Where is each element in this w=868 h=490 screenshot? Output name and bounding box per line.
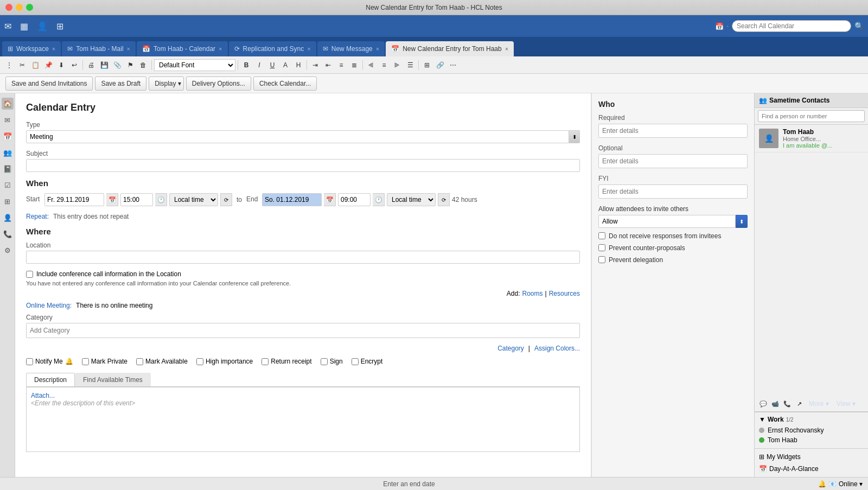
notify-me-checkbox[interactable] [26,358,33,365]
tab-description[interactable]: Description [26,373,75,386]
fmt-align-right-btn[interactable]: ⫸ [391,59,403,71]
new-entry-tab-close[interactable]: × [505,46,508,52]
tab-replication[interactable]: ⟳ Replication and Sync × [229,41,316,56]
fmt-copy-btn[interactable]: 📋 [29,59,41,71]
font-selector[interactable]: Default Font [154,59,235,71]
tab-tom-mail[interactable]: ✉ Tom Haab - Mail × [62,41,136,56]
fmt-paste-btn[interactable]: 📌 [42,59,54,71]
share-button[interactable]: ↗ [794,398,805,409]
end-tz-button[interactable]: ⟳ [438,193,450,206]
fmt-more-btn[interactable]: ⋮ [3,59,15,71]
mark-private-checkbox[interactable] [82,358,89,365]
fmt-print-btn[interactable]: 🖨 [85,59,97,71]
fmt-font-color-btn[interactable]: A [279,59,291,71]
start-date-input[interactable] [44,193,104,206]
description-area[interactable]: Attach... <Enter the description of this… [26,387,580,452]
more-button[interactable]: More ▾ [806,399,832,409]
fmt-more2-btn[interactable]: ⋯ [447,59,459,71]
encrypt-checkbox[interactable] [352,358,359,365]
save-draft-button[interactable]: Save as Draft [95,77,146,91]
category-link[interactable]: Category [497,345,524,352]
view-button[interactable]: View ▾ [833,399,859,409]
prevent-counter-checkbox[interactable] [598,244,605,251]
end-date-picker-button[interactable]: 📅 [324,193,336,206]
save-send-invitations-button[interactable]: Save and Send Invitations [5,77,93,91]
sidebar-apps-icon[interactable]: ⊞ [2,195,14,207]
sidebar-calendar2-icon[interactable]: 📅 [2,130,14,142]
fmt-attach-btn[interactable]: 📎 [111,59,123,71]
prevent-delegation-checkbox[interactable] [598,256,605,263]
fmt-flag-btn[interactable]: ⚑ [124,59,136,71]
rooms-link[interactable]: Rooms [522,290,543,297]
window-close-button[interactable] [5,4,12,11]
tab-tom-calendar[interactable]: 📅 Tom Haab - Calendar × [137,41,228,56]
fyi-input[interactable] [598,184,748,199]
work-header[interactable]: ▼ Work 1/2 [759,416,864,423]
fmt-cut-btn[interactable]: ✂ [16,59,28,71]
sidebar-mail-icon[interactable]: ✉ [2,114,14,126]
end-time-picker-button[interactable]: 🕐 [373,193,385,206]
fmt-highlight-btn[interactable]: H [292,59,304,71]
chat-button[interactable]: 💬 [758,398,769,409]
window-controls[interactable] [5,4,33,11]
conf-call-checkbox[interactable] [26,271,33,278]
online-meeting-link[interactable]: Online Meeting: [26,302,72,309]
window-minimize-button[interactable] [16,4,23,11]
assign-colors-link[interactable]: Assign Colors... [534,345,580,352]
start-time-picker-button[interactable]: 🕐 [155,193,167,206]
attach-link[interactable]: Attach... [31,392,55,399]
high-importance-checkbox[interactable] [196,358,203,365]
sidebar-people-icon[interactable]: 👤 [2,212,14,224]
sametime-search-input[interactable] [758,110,865,122]
search-button[interactable]: 🔍 [854,22,864,30]
search-input[interactable] [732,20,851,32]
fmt-link-btn[interactable]: 🔗 [434,59,446,71]
resources-link[interactable]: Resources [549,290,580,297]
allow-select-arrow[interactable]: ⬍ [736,215,748,228]
start-tz-button[interactable]: ⟳ [220,193,232,206]
workspace-tab-close[interactable]: × [52,46,55,52]
fmt-outdent-btn[interactable]: ⇤ [322,59,334,71]
tab-workspace[interactable]: ⊞ Workspace × [2,41,61,56]
replication-tab-close[interactable]: × [307,46,310,52]
display-button[interactable]: Display ▾ [149,77,184,91]
sidebar-home-icon[interactable]: 🏠 [2,98,14,110]
delivery-options-button[interactable]: Delivery Options... [186,77,251,91]
sidebar-phone-icon[interactable]: 📞 [2,228,14,240]
type-select-arrow[interactable]: ⬍ [569,130,580,143]
mark-available-checkbox[interactable] [136,358,143,365]
online-status-button[interactable]: Online ▾ [839,480,863,488]
sign-checkbox[interactable] [321,358,328,365]
fmt-undo-btn[interactable]: ↩ [68,59,80,71]
fmt-delete-btn[interactable]: 🗑 [137,59,149,71]
fmt-paste-special-btn[interactable]: ⬇ [55,59,67,71]
end-date-input[interactable] [262,193,322,206]
category-input[interactable] [26,323,580,338]
optional-input[interactable] [598,154,748,168]
return-receipt-checkbox[interactable] [261,358,269,365]
check-calendar-button[interactable]: Check Calendar... [253,77,317,91]
fmt-indent-btn[interactable]: ⇥ [309,59,321,71]
subject-input[interactable] [26,159,580,172]
sidebar-tasks-icon[interactable]: ☑ [2,179,14,191]
phone-button[interactable]: 📞 [782,398,793,409]
fmt-align-center-btn[interactable]: ≡ [378,59,390,71]
sidebar-settings-icon[interactable]: ⚙ [2,244,14,256]
end-timezone-select[interactable]: Local time [387,193,436,206]
no-responses-checkbox[interactable] [598,232,605,239]
tom-mail-tab-close[interactable]: × [127,46,130,52]
video-button[interactable]: 📹 [770,398,781,409]
start-timezone-select[interactable]: Local time [169,193,218,206]
tab-new-calendar-entry[interactable]: 📅 New Calendar Entry for Tom Haab × [386,41,514,56]
fmt-align-left-btn[interactable]: ⫷ [365,59,377,71]
fmt-numbers-btn[interactable]: ≣ [348,59,360,71]
apps-icon[interactable]: ⊞ [56,21,63,31]
sidebar-contacts-icon[interactable]: 👥 [2,147,14,158]
calendar-icon[interactable]: ▦ [20,21,28,31]
fmt-save-btn[interactable]: 💾 [98,59,110,71]
contacts-icon[interactable]: 👤 [37,21,48,31]
sidebar-notebook-icon[interactable]: 📓 [2,163,14,175]
new-message-tab-close[interactable]: × [376,46,379,52]
window-maximize-button[interactable] [26,4,33,11]
fmt-bold-btn[interactable]: B [240,59,252,71]
